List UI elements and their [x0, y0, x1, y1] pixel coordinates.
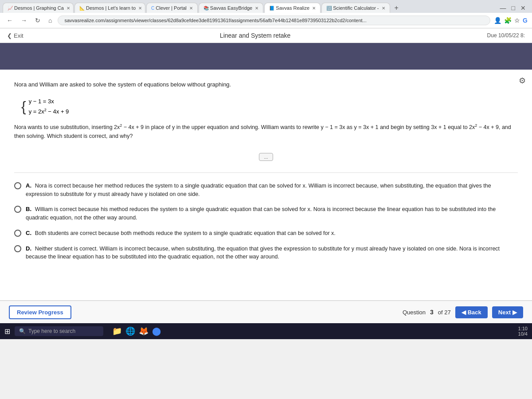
profile-icon: 👤 [494, 17, 501, 24]
taskbar-app-icons: 📁 🌐 🦊 ⬤ [112, 326, 161, 336]
radio-d[interactable] [14, 245, 21, 252]
new-tab-button[interactable]: + [391, 4, 402, 12]
reload-button[interactable]: ↻ [33, 16, 43, 25]
taskbar-firefox-icon[interactable]: 🦊 [139, 326, 149, 336]
option-d-text: Neither student is correct. William is i… [26, 246, 500, 260]
restore-icon[interactable]: □ [512, 4, 515, 12]
exit-button[interactable]: ❮ Exit [7, 32, 23, 39]
forward-nav-button[interactable]: → [19, 16, 29, 25]
app-header: ❮ Exit Linear and System retake Due 10/0… [0, 28, 532, 43]
pagination: Question 3 of 27 ◀ Back Next ▶ [403, 306, 523, 318]
tab-savvas-easy[interactable]: 📚 Savvas EasyBridge ✕ [199, 3, 263, 13]
tab-desmos-graphing[interactable]: 📈 Desmos | Graphing Ca ✕ [3, 3, 74, 13]
tab-close-icon[interactable]: ✕ [312, 6, 316, 11]
radio-b[interactable] [14, 206, 21, 213]
browser-actions: 👤 🧩 ☆ G [494, 17, 528, 24]
option-a-text: Nora is correct because her method reduc… [26, 183, 491, 197]
next-button[interactable]: Next ▶ [492, 306, 523, 318]
question-header-bar [0, 43, 532, 70]
taskbar-search-area[interactable]: 🔍 Type here to search [15, 326, 103, 336]
address-input[interactable] [58, 16, 490, 25]
minimize-icon[interactable]: — [500, 4, 506, 12]
browser-chrome: 📈 Desmos | Graphing Ca ✕ 📐 Desmos | Let'… [0, 0, 532, 28]
home-button[interactable]: ⌂ [46, 16, 54, 25]
chevron-left-icon: ❮ [7, 32, 12, 39]
radio-c[interactable] [14, 230, 21, 237]
back-button[interactable]: ◀ Back [455, 306, 488, 318]
search-icon: 🔍 [19, 328, 26, 334]
taskbar-edge-icon[interactable]: 🌐 [125, 326, 135, 336]
time-display: 1:10 10/4 [518, 326, 528, 336]
equation-line-1: y − 1 = 3x [29, 96, 69, 106]
question-label: Question [403, 309, 426, 316]
tab-desmos-learn[interactable]: 📐 Desmos | Let's learn to ✕ [74, 3, 145, 13]
expand-button[interactable]: ... [259, 153, 273, 161]
bookmark-icon[interactable]: ☆ [514, 17, 520, 24]
start-button[interactable]: ⊞ [4, 327, 10, 336]
question-number: 3 [430, 309, 434, 316]
back-nav-button[interactable]: ← [4, 16, 15, 25]
settings-icon[interactable]: ⚙ [519, 76, 526, 86]
option-c-text: Both students are correct because both m… [35, 230, 336, 236]
taskbar-chrome-icon[interactable]: ⬤ [152, 326, 161, 336]
brace-symbol: { [21, 99, 26, 113]
question-total: of 27 [438, 309, 451, 316]
tab-close-icon[interactable]: ✕ [382, 6, 385, 11]
due-date: Due 10/05/22 8: [487, 32, 525, 39]
option-b[interactable]: B. William is correct because his method… [14, 205, 518, 222]
option-d-label: D. [26, 245, 31, 252]
equation-block: { y − 1 = 3x y = 2x2 − 4x + 9 [21, 96, 518, 117]
question-intro: Nora and William are asked to solve the … [14, 80, 518, 89]
main-content: ⚙ Nora and William are asked to solve th… [0, 43, 532, 300]
tab-close-icon[interactable]: ✕ [189, 6, 193, 11]
review-progress-button[interactable]: Review Progress [9, 305, 71, 319]
taskbar-files-icon[interactable]: 📁 [112, 326, 122, 336]
next-arrow-icon: ▶ [512, 309, 517, 316]
divider [14, 172, 518, 173]
question-body: ⚙ Nora and William are asked to solve th… [0, 70, 532, 300]
tab-close-icon[interactable]: ✕ [66, 6, 70, 11]
radio-a[interactable] [14, 182, 21, 189]
address-bar: ← → ↻ ⌂ 👤 🧩 ☆ G [0, 13, 532, 28]
tab-clever[interactable]: C Clever | Portal ✕ [146, 3, 198, 13]
option-a-label: A. [26, 182, 31, 189]
google-icon[interactable]: G [523, 17, 528, 24]
equation-line-2: y = 2x2 − 4x + 9 [29, 106, 69, 117]
close-icon[interactable]: ✕ [520, 4, 526, 12]
option-b-text: William is correct because his method re… [26, 206, 496, 221]
option-c-label: C. [26, 230, 31, 236]
option-d[interactable]: D. Neither student is correct. William i… [14, 245, 518, 262]
taskbar: ⊞ 🔍 Type here to search 📁 🌐 🦊 ⬤ 1:10 10/… [0, 323, 532, 339]
tab-close-icon[interactable]: ✕ [255, 6, 258, 11]
tab-savvas-realize[interactable]: 📘 Savvas Realize ✕ [264, 3, 321, 13]
option-b-label: B. [26, 206, 31, 212]
option-c[interactable]: C. Both students are correct because bot… [14, 229, 518, 238]
problem-description: Nora wants to use substitution, insertin… [14, 122, 518, 141]
page-title: Linear and System retake [220, 32, 291, 39]
footer: Review Progress Question 3 of 27 ◀ Back … [0, 300, 532, 323]
extensions-icon[interactable]: 🧩 [504, 17, 512, 24]
tab-bar: 📈 Desmos | Graphing Ca ✕ 📐 Desmos | Let'… [0, 0, 532, 13]
back-arrow-icon: ◀ [462, 309, 466, 316]
tab-close-icon[interactable]: ✕ [138, 6, 142, 11]
tab-scientific-calc[interactable]: 🔢 Scientific Calculator - ✕ [321, 3, 390, 13]
taskbar-right: 1:10 10/4 [518, 326, 528, 336]
option-a[interactable]: A. Nora is correct because her method re… [14, 182, 518, 199]
